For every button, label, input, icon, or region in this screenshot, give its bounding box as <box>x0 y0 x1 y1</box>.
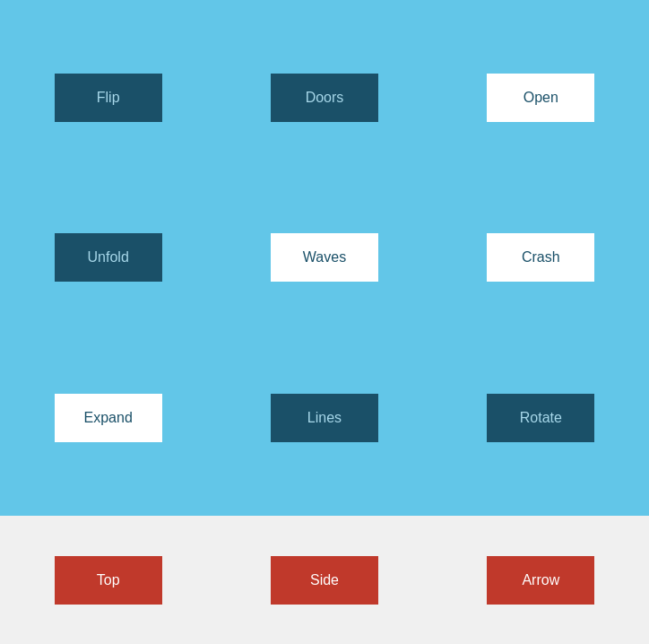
blue-section: Flip Doors Open Unfold Waves Crash Expan… <box>0 0 649 516</box>
expand-button[interactable]: Expand <box>55 394 162 442</box>
crash-button[interactable]: Crash <box>487 233 594 282</box>
doors-button[interactable]: Doors <box>271 74 378 122</box>
lines-button[interactable]: Lines <box>271 394 378 442</box>
row-3: Expand Lines Rotate <box>0 394 649 442</box>
row-1: Flip Doors Open <box>0 74 649 122</box>
open-button[interactable]: Open <box>487 74 594 122</box>
rotate-button[interactable]: Rotate <box>487 394 594 442</box>
white-section: Top Side Arrow <box>0 516 649 644</box>
unfold-button[interactable]: Unfold <box>55 233 162 282</box>
side-button[interactable]: Side <box>271 556 378 605</box>
arrow-button[interactable]: Arrow <box>487 556 594 605</box>
waves-button[interactable]: Waves <box>271 233 378 282</box>
flip-button[interactable]: Flip <box>55 74 162 122</box>
top-button[interactable]: Top <box>55 556 162 605</box>
row-2: Unfold Waves Crash <box>0 233 649 282</box>
